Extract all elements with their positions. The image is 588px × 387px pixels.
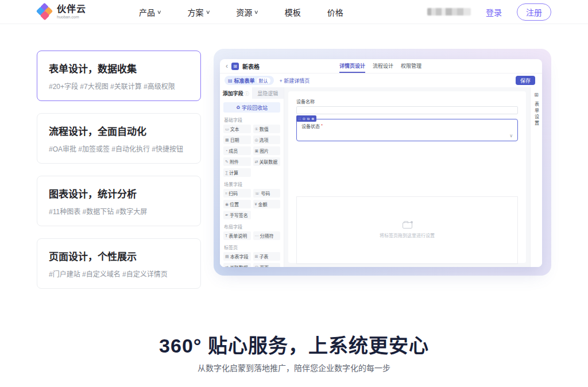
field-type-icon: ¥ <box>255 202 257 206</box>
field-type-button[interactable]: ▢页面 <box>253 263 281 267</box>
feature-card-form[interactable]: 表单设计，数据收集#20+字段 #7大视图 #关联计算 #高级权限 <box>37 51 201 101</box>
field-type-button[interactable]: ①数值 <box>253 125 281 133</box>
login-link[interactable]: 登录 <box>486 6 502 18</box>
drop-hint-text: 将标签页拖到这里进行设置 <box>380 232 435 238</box>
field-type-button[interactable]: ☏号码 <box>253 189 281 198</box>
field-type-icon: ◉ <box>225 202 229 207</box>
tab-placeholder-icon <box>403 222 412 229</box>
field-type-button[interactable]: ◉位置 <box>223 200 251 208</box>
designer-tab-workflow-design[interactable]: 流程设计 <box>373 59 393 73</box>
designer-tab-permission-manage[interactable]: 权限管理 <box>401 59 421 73</box>
panel-tab-add-field[interactable]: 添加字段ⓘ <box>220 87 252 99</box>
device-name-input[interactable] <box>296 106 518 114</box>
field-type-icon: ∑ <box>225 171 228 175</box>
feature-card-chart[interactable]: 图表设计，统计分析#11种图表 #数据下钻 #数字大屏 <box>37 176 201 226</box>
selected-field[interactable]: ∷⊙⧉⊗ 设备状态 * ∨ <box>296 119 518 141</box>
panel-toggle-icon[interactable]: ⊞ <box>534 92 539 98</box>
field-type-button[interactable]: ▦日期 <box>223 136 251 144</box>
field-type-label: 分隔符 <box>260 233 274 239</box>
tab-drop-zone[interactable]: 将标签页拖到这里进行设置 <box>296 196 518 264</box>
field-type-button[interactable]: ▭文本 <box>223 125 251 133</box>
field-label: 设备名称 <box>296 98 518 105</box>
right-settings-rail: ⊞ 表单设置 <box>530 87 542 267</box>
field-type-label: 金额 <box>258 201 267 207</box>
field-type-button[interactable]: ▤本表字段 <box>223 252 251 261</box>
field-type-button[interactable]: ◔成员 <box>223 146 251 155</box>
field-type-label: 图片 <box>260 148 269 154</box>
field-type-button[interactable]: ▣图片 <box>253 146 281 155</box>
mockup-titlebar: ‹ ⊞ 新表格 详情页设计流程设计权限管理 <box>220 59 542 73</box>
copy-icon[interactable]: ⧉ <box>307 117 310 121</box>
field-type-icon: ① <box>255 127 258 131</box>
designer-tab-detail-design[interactable]: 详情页设计 <box>339 59 365 73</box>
register-button[interactable]: 注册 <box>517 3 551 21</box>
top-navbar: 伙伴云 huoban.com 产品∨方案∨资源∨模板价格 登录 注册 <box>0 0 588 24</box>
table-title: 新表格 <box>242 62 260 71</box>
field-recycle-bin-button[interactable]: ♻ 字段回收站 <box>223 102 280 113</box>
field-type-label: 表单说明 <box>229 233 247 239</box>
field-panel: 添加字段ⓘ显隐逻辑 ♻ 字段回收站 基础字段▭文本①数值▦日期◎选项◔成员▣图片… <box>220 87 284 267</box>
main-nav: 产品∨方案∨资源∨模板价格 <box>139 6 343 18</box>
chevron-down-icon: ∨ <box>254 9 259 15</box>
standard-form-pill[interactable]: ▤ 标准表单 默认 <box>225 76 274 85</box>
designer-top-tabs: 详情页设计流程设计权限管理 <box>339 59 421 73</box>
field-type-button[interactable]: ⇄关联数据 <box>253 157 281 166</box>
drag-handle-icon[interactable]: ∷ <box>299 117 301 121</box>
form-canvas-area: 设备名称 ∷⊙⧉⊗ 设备状态 * ∨ <box>284 87 530 267</box>
field-type-label: 页面 <box>260 264 269 267</box>
info-icon: ⓘ <box>245 90 249 96</box>
form-pill-label: 标准表单 <box>234 77 255 84</box>
field-type-icon: ⌗ <box>225 191 227 196</box>
field-type-button[interactable]: ⊞子表 <box>253 252 281 261</box>
field-panel-tabs: 添加字段ⓘ显隐逻辑 <box>220 87 284 99</box>
chevron-down-icon[interactable]: ∨ <box>509 134 513 138</box>
field-type-button[interactable]: ⇄关联数据 <box>223 263 251 267</box>
nav-item-label: 资源 <box>236 6 252 18</box>
delete-icon[interactable]: ⊗ <box>311 117 314 121</box>
field-type-icon: ▤ <box>225 254 229 259</box>
field-type-button[interactable]: ✎附件 <box>223 157 251 166</box>
nav-item-solutions[interactable]: 方案∨ <box>188 6 210 18</box>
section-subheading: 从数字化启蒙到落地推广，陪伴您企业数字化的每一步 <box>0 362 588 373</box>
form-settings-label[interactable]: 表单设置 <box>533 102 540 127</box>
feature-card-page[interactable]: 页面设计，个性展示#门户建站 #自定义域名 #自定义详情页 <box>37 238 201 289</box>
field-type-button[interactable]: ∑计算 <box>223 168 251 177</box>
field-type-label: 成员 <box>229 148 238 154</box>
field-type-icon: ✎ <box>225 160 229 164</box>
nav-item-templates[interactable]: 模板 <box>285 6 301 18</box>
new-detail-page-button[interactable]: + 新建详情页 <box>280 77 310 84</box>
nav-item-products[interactable]: 产品∨ <box>139 6 161 18</box>
field-type-label: 子表 <box>259 253 268 260</box>
save-button[interactable]: 保存 <box>516 76 535 85</box>
field-type-label: 关联数据 <box>259 158 277 165</box>
field-type-icon: ⇄ <box>255 160 258 164</box>
back-chevron-icon[interactable]: ‹ <box>226 62 228 70</box>
field-section-title: 标签页 <box>224 244 280 250</box>
nav-item-pricing[interactable]: 价格 <box>327 6 343 18</box>
field-type-button[interactable]: ¥金额 <box>253 200 281 208</box>
field-type-label: 计算 <box>229 169 238 176</box>
feature-card-title: 表单设计，数据收集 <box>49 61 189 75</box>
feature-card-tags: #11种图表 #数据下钻 #数字大屏 <box>49 206 189 216</box>
field-type-button[interactable]: ◎选项 <box>253 136 281 144</box>
default-badge: 默认 <box>257 78 270 84</box>
huoban-logo-icon <box>37 4 52 20</box>
field-type-icon: ▦ <box>225 138 229 142</box>
panel-tab-show-logic[interactable]: 显隐逻辑 <box>252 87 284 99</box>
logo[interactable]: 伙伴云 huoban.com <box>37 4 86 20</box>
mockup-toolbar: ▤ 标准表单 默认 + 新建详情页 保存 <box>220 73 542 87</box>
nav-item-label: 价格 <box>327 6 343 18</box>
field-type-button[interactable]: ⋯分隔符 <box>253 231 281 240</box>
nav-item-resources[interactable]: 资源∨ <box>236 6 258 18</box>
field-section-title: 基础字段 <box>224 117 280 123</box>
field-type-button[interactable]: ✒手写签名 <box>223 211 251 219</box>
feature-card-workflow[interactable]: 流程设计，全面自动化#OA审批 #加签或签 #自动化执行 #快捷按钮 <box>37 113 201 164</box>
field-type-icon: ◔ <box>225 149 227 153</box>
feature-card-tags: #OA审批 #加签或签 #自动化执行 #快捷按钮 <box>49 144 189 153</box>
field-type-button[interactable]: T表单说明 <box>223 231 251 240</box>
field-grid: T表单说明⋯分隔符 <box>223 231 280 240</box>
field-type-icon: ✒ <box>225 213 229 218</box>
field-type-button[interactable]: ⌗扫码 <box>223 189 251 198</box>
logo-name: 伙伴云 <box>57 5 86 14</box>
settings-icon[interactable]: ⊙ <box>303 117 305 121</box>
